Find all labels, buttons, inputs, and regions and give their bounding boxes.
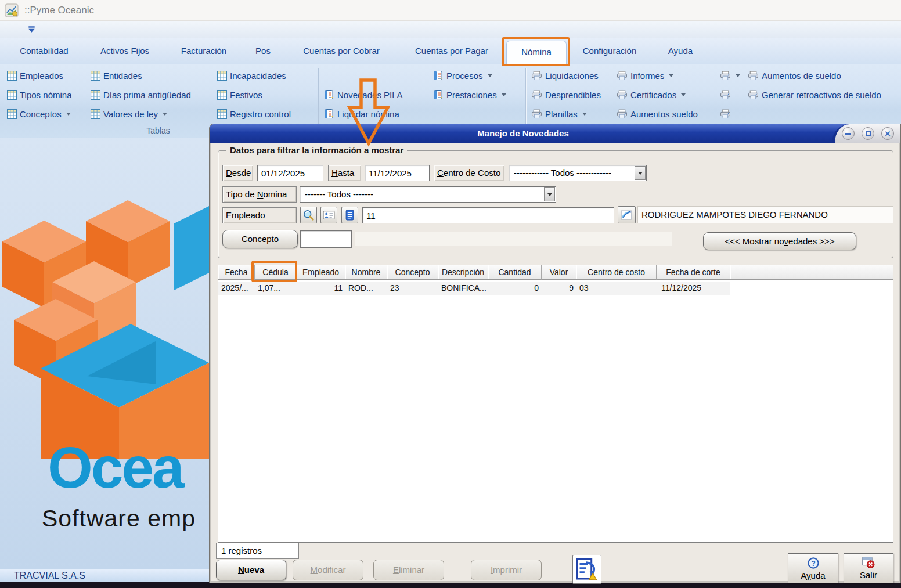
customize-toolbar-chevron-icon[interactable] bbox=[28, 26, 35, 33]
printer-icon bbox=[531, 90, 542, 100]
ribbon-item-tipos-nomina[interactable]: Tipos nómina bbox=[7, 88, 72, 102]
mostrar-novedades-button[interactable]: <<< Mostrar novedades >>> bbox=[703, 232, 856, 250]
ribbon-item-novedades-pila[interactable]: Novedades PILA bbox=[324, 88, 403, 102]
cell-centro-costo[interactable]: 03 bbox=[576, 282, 657, 295]
document-icon bbox=[345, 210, 354, 221]
concepto-input[interactable] bbox=[300, 230, 352, 248]
salir-button[interactable]: Salir bbox=[844, 553, 893, 583]
close-button[interactable]: ✕ bbox=[881, 127, 894, 140]
table-icon bbox=[217, 71, 227, 81]
ribbon-item-valores-ley[interactable]: Valores de ley bbox=[91, 107, 167, 121]
ribbon-item-desprendibles[interactable]: Desprendibles bbox=[531, 88, 601, 102]
print-button[interactable] bbox=[720, 107, 731, 121]
cell-fecha-corte[interactable]: 11/12/2025 bbox=[657, 282, 730, 295]
print-button[interactable] bbox=[720, 88, 731, 102]
ribbon-item-prestaciones[interactable]: Prestaciones bbox=[433, 88, 506, 102]
dialog-manejo-de-novedades: Manejo de Novedades ✕ Datos para filtrar… bbox=[209, 124, 901, 583]
ribbon-item-conceptos[interactable]: Conceptos bbox=[7, 107, 71, 121]
column-header-nombre[interactable]: Nombre bbox=[345, 265, 387, 280]
table-icon bbox=[7, 71, 17, 81]
salir-label: Salir bbox=[860, 570, 877, 580]
empleado-input[interactable] bbox=[362, 207, 614, 223]
minimize-icon bbox=[845, 133, 851, 135]
centro-costo-select[interactable]: ------------ Todos ------------ bbox=[509, 165, 647, 181]
dropdown-button[interactable] bbox=[544, 187, 555, 201]
cell-valor[interactable]: 9 bbox=[542, 282, 576, 295]
table-icon bbox=[91, 71, 100, 81]
empleado-label: Empleado bbox=[222, 207, 297, 223]
ribbon-item-liquidar-nomina[interactable]: Liquidar nómina bbox=[324, 107, 399, 121]
ribbon-item-procesos[interactable]: Procesos bbox=[433, 68, 492, 82]
cell-descripcion[interactable]: BONIFICA... bbox=[438, 282, 488, 295]
oceanic-logo-cubes bbox=[0, 168, 209, 459]
ribbon-item-empleados[interactable]: Empleados bbox=[7, 68, 63, 82]
ribbon-item-generar-retroactivos[interactable]: Generar retroactivos de sueldo bbox=[748, 88, 881, 102]
ribbon-item-registro-control[interactable]: Registro control bbox=[217, 107, 291, 121]
column-header-fecha[interactable]: Fecha bbox=[218, 265, 255, 280]
column-header-valor[interactable]: Valor bbox=[542, 265, 576, 280]
eliminar-button[interactable]: Eliminar bbox=[373, 560, 444, 580]
ayuda-label: Ayuda bbox=[801, 571, 825, 580]
tab-contabilidad[interactable]: Contabilidad bbox=[15, 38, 74, 64]
export-excel-button[interactable] bbox=[572, 555, 601, 584]
column-header-empleado[interactable]: Empleado bbox=[297, 265, 345, 280]
close-icon: ✕ bbox=[885, 129, 891, 138]
oceanic-logo-text: Ocea bbox=[48, 434, 183, 501]
ribbon-item-aumentos-de-sueldo[interactable]: Aumentos de sueldo bbox=[748, 68, 841, 82]
maximize-button[interactable] bbox=[862, 127, 874, 140]
ribbon-item-liquidaciones[interactable]: Liquidaciones bbox=[531, 68, 599, 82]
dropdown-button[interactable] bbox=[635, 166, 646, 180]
modificar-button[interactable]: Modificar bbox=[293, 560, 363, 580]
tab-facturacion[interactable]: Facturación bbox=[176, 38, 232, 64]
cell-nombre[interactable]: ROD... bbox=[345, 282, 387, 295]
ribbon-item-entidades[interactable]: Entidades bbox=[91, 68, 142, 82]
chevron-down-icon bbox=[582, 113, 587, 116]
cell-cedula[interactable]: 1,07... bbox=[255, 282, 297, 295]
tab-cuentas-cobrar[interactable]: Cuentas por Cobrar bbox=[296, 38, 387, 64]
cell-empleado[interactable]: 11 bbox=[297, 282, 345, 295]
tab-cuentas-pagar[interactable]: Cuentas por Pagar bbox=[408, 38, 495, 64]
column-header-cantidad[interactable]: Cantidad bbox=[488, 265, 542, 280]
imprimir-button[interactable]: Imprimir bbox=[471, 560, 542, 580]
edit-employee-button[interactable] bbox=[618, 206, 636, 223]
tab-pos[interactable]: Pos bbox=[251, 38, 275, 64]
column-header-descripcion[interactable]: Descripción bbox=[438, 265, 488, 280]
dialog-titlebar[interactable]: Manejo de Novedades ✕ bbox=[210, 124, 900, 143]
concepto-button[interactable]: Concepto bbox=[222, 230, 298, 248]
ribbon-item-certificados[interactable]: Certificados bbox=[617, 88, 686, 102]
desde-input[interactable] bbox=[257, 165, 323, 181]
cell-cantidad[interactable]: 0 bbox=[488, 282, 542, 295]
ribbon-item-informes[interactable]: Informes bbox=[617, 68, 673, 82]
ribbon-item-incapacidades[interactable]: Incapacidades bbox=[217, 68, 286, 82]
ribbon-item-planillas[interactable]: Planillas bbox=[531, 107, 587, 121]
nueva-button[interactable]: Nueva bbox=[216, 560, 286, 580]
chevron-down-icon bbox=[66, 113, 71, 116]
employee-card-button[interactable] bbox=[320, 207, 337, 223]
book-icon bbox=[324, 109, 334, 119]
column-header-concepto[interactable]: Concepto bbox=[387, 265, 438, 280]
tipo-nomina-select[interactable]: ------- Todos ------- bbox=[300, 186, 556, 203]
ribbon-item-festivos[interactable]: Festivos bbox=[217, 88, 262, 102]
print-button[interactable] bbox=[720, 68, 740, 82]
printer-icon bbox=[720, 90, 731, 100]
tab-nomina[interactable]: Nómina bbox=[506, 41, 567, 64]
employee-list-button[interactable] bbox=[341, 207, 358, 223]
search-employee-button[interactable] bbox=[300, 207, 317, 223]
column-header-centro-costo[interactable]: Centro de costo bbox=[576, 265, 657, 280]
column-header-fecha-corte[interactable]: Fecha de corte bbox=[657, 265, 730, 280]
tab-ayuda[interactable]: Ayuda bbox=[665, 38, 695, 64]
column-header-cedula[interactable]: Cédula bbox=[255, 265, 297, 280]
dialog-title: Manejo de Novedades bbox=[210, 124, 837, 143]
tab-configuracion[interactable]: Configuración bbox=[576, 38, 643, 64]
screen: ? ::Pyme Oceanic bbox=[0, 0, 901, 588]
book-icon bbox=[433, 70, 444, 81]
minimize-button[interactable] bbox=[842, 127, 855, 140]
cell-concepto[interactable]: 23 bbox=[387, 282, 438, 295]
tab-activos-fijos[interactable]: Activos Fijos bbox=[96, 38, 154, 64]
quick-access-toolbar bbox=[0, 21, 901, 38]
cell-fecha[interactable]: 2025/... bbox=[218, 282, 255, 295]
ribbon-item-dias-prima[interactable]: Días prima antigüedad bbox=[91, 88, 191, 102]
hasta-input[interactable] bbox=[365, 165, 430, 181]
ayuda-button[interactable]: Ayuda bbox=[788, 553, 838, 583]
ribbon-item-aumentos-sueldo[interactable]: Aumentos sueldo bbox=[617, 107, 698, 121]
